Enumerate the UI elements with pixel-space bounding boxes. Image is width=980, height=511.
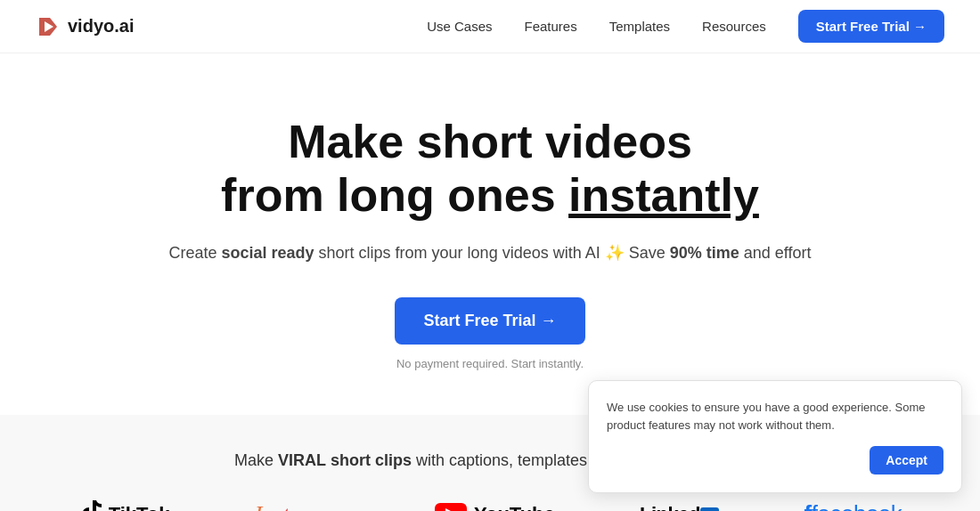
hero-subtitle-bold2: 90% time	[670, 244, 739, 262]
tiktok-icon	[78, 499, 103, 511]
hero-title-line2-underline: instantly	[568, 169, 759, 221]
nav-use-cases[interactable]: Use Cases	[427, 19, 492, 34]
youtube-icon	[435, 503, 467, 511]
hero-subtitle-mid: short clips from your long videos with A…	[314, 244, 670, 262]
cookie-accept-button[interactable]: Accept	[870, 446, 943, 474]
instagram-label: Instagram	[255, 501, 350, 511]
navbar: vidyo.ai Use Cases Features Templates Re…	[0, 0, 980, 53]
logo-text: vidyo.ai	[68, 16, 134, 36]
logo[interactable]: vidyo.ai	[36, 14, 134, 39]
cookie-text: We use cookies to ensure you have a good…	[607, 399, 943, 434]
hero-title-line1: Make short videos	[288, 116, 692, 167]
platform-instagram: Instagram	[255, 501, 350, 511]
hero-note: No payment required. Start instantly.	[18, 357, 962, 370]
platform-linkedin: Linkedin	[640, 503, 719, 511]
tiktok-label: TikTok	[109, 503, 170, 511]
logo-icon	[36, 14, 61, 39]
nav-links: Use Cases Features Templates Resources S…	[427, 10, 944, 43]
hero-subtitle-pre: Create	[168, 244, 221, 262]
nav-start-free-trial-button[interactable]: Start Free Trial →	[798, 10, 944, 43]
hero-subtitle-post: and effort	[739, 244, 812, 262]
viral-text-mid: short clips	[326, 451, 416, 469]
nav-features[interactable]: Features	[525, 19, 577, 34]
viral-text-pre: Make	[234, 451, 278, 469]
viral-text-strong: VIRAL	[278, 451, 326, 469]
hero-subtitle-bold1: social ready	[222, 244, 314, 262]
linkedin-label: Linkedin	[640, 503, 719, 511]
nav-resources[interactable]: Resources	[702, 19, 766, 34]
linkedin-badge: in	[700, 507, 719, 511]
hero-title: Make short videos from long ones instant…	[18, 116, 962, 223]
hero-start-trial-button[interactable]: Start Free Trial →	[395, 297, 584, 345]
hero-title-line2-normal: from long ones	[221, 169, 568, 221]
youtube-label: YouTube	[474, 503, 555, 511]
facebook-label: ffacebook	[804, 500, 902, 511]
platforms-list: TikTok Instagram YouTube Linkedin ffaceb…	[45, 499, 935, 511]
platform-youtube: YouTube	[435, 503, 555, 511]
hero-section: Make short videos from long ones instant…	[0, 53, 980, 415]
nav-templates[interactable]: Templates	[609, 19, 670, 34]
platform-facebook: ffacebook	[804, 500, 902, 511]
hero-subtitle: Create social ready short clips from you…	[18, 240, 962, 266]
platform-tiktok: TikTok	[78, 499, 170, 511]
cookie-banner: We use cookies to ensure you have a good…	[588, 380, 962, 493]
